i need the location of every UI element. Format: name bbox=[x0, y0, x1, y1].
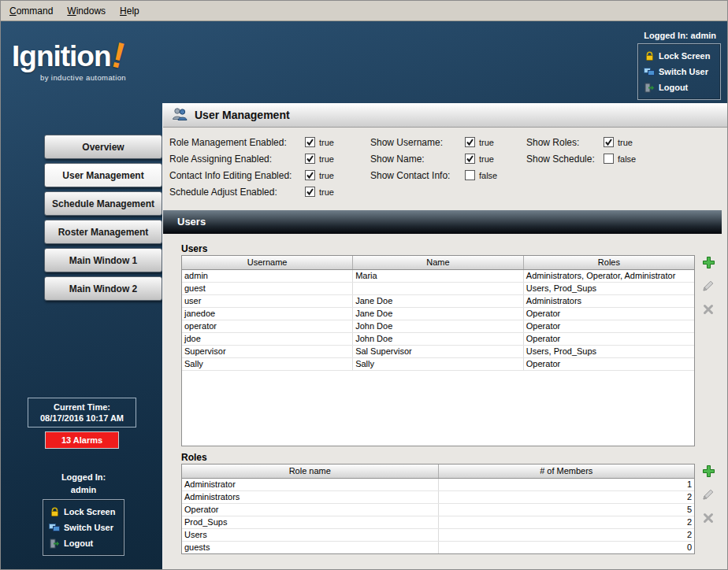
logout-button[interactable]: Logout bbox=[49, 535, 118, 551]
table-row[interactable]: operatorJohn DoeOperator bbox=[182, 320, 694, 332]
roles-actions bbox=[701, 465, 715, 527]
role-add-button[interactable] bbox=[701, 465, 715, 479]
panel-header: User Management bbox=[163, 103, 727, 128]
setting-value: true bbox=[479, 138, 494, 147]
column-header[interactable]: Roles bbox=[523, 256, 694, 269]
settings-area: Role Management Enabled:trueRole Assigni… bbox=[163, 128, 727, 210]
nav-overview[interactable]: Overview bbox=[44, 135, 162, 159]
checkbox[interactable] bbox=[465, 154, 475, 164]
checkbox[interactable] bbox=[305, 137, 315, 147]
nav-user-management[interactable]: User Management bbox=[44, 163, 162, 187]
table-cell: Users, Prod_Sups bbox=[523, 345, 694, 357]
table-cell: Sal Supervisor bbox=[353, 345, 524, 357]
logo-title: Ignition bbox=[12, 40, 111, 73]
session-button-label: Logout bbox=[64, 539, 93, 548]
switch-user-button[interactable]: Switch User bbox=[49, 520, 118, 535]
table-row[interactable]: Prod_Sups2 bbox=[182, 516, 694, 528]
logout-button[interactable]: Logout bbox=[644, 80, 715, 95]
role-delete-button[interactable] bbox=[701, 513, 715, 527]
setting-label: Role Management Enabled: bbox=[169, 137, 303, 148]
nav-main-window-1[interactable]: Main Window 1 bbox=[44, 248, 162, 272]
table-cell: Users bbox=[182, 528, 438, 541]
menu-item-help[interactable]: Help bbox=[113, 2, 147, 20]
nav-roster-management[interactable]: Roster Management bbox=[44, 220, 162, 244]
checkbox[interactable] bbox=[305, 187, 315, 197]
user-edit-button[interactable] bbox=[701, 280, 715, 294]
alarms-button[interactable]: 13 Alarms bbox=[45, 431, 119, 449]
logged-in-status: Logged In: admin bbox=[644, 31, 716, 40]
table-row[interactable]: Administrators2 bbox=[182, 490, 694, 503]
checkbox[interactable] bbox=[604, 154, 614, 164]
table-cell: 2 bbox=[438, 490, 694, 503]
setting-value: true bbox=[319, 154, 334, 164]
role-edit-button[interactable] bbox=[701, 489, 715, 503]
users-table: UsernameNameRolesadminMariaAdministrator… bbox=[182, 256, 694, 371]
setting-value: true bbox=[319, 187, 334, 197]
settings-column-3: Show Roles:trueShow Schedule:false bbox=[526, 134, 636, 167]
roles-table-label: Roles bbox=[181, 452, 207, 463]
edit-icon bbox=[702, 488, 715, 504]
content-panel: User Management Role Management Enabled:… bbox=[162, 103, 727, 569]
edit-icon bbox=[702, 279, 715, 295]
delete-icon bbox=[703, 513, 714, 527]
table-cell: guest bbox=[182, 282, 353, 294]
current-time-label: Current Time: bbox=[54, 402, 110, 412]
users-actions bbox=[701, 257, 715, 318]
setting-label: Show Contact Info: bbox=[370, 170, 463, 181]
table-row[interactable]: userJane DoeAdministrators bbox=[182, 294, 694, 307]
table-row[interactable]: janedoeJane DoeOperator bbox=[182, 307, 694, 320]
setting-label: Show Schedule: bbox=[526, 154, 602, 165]
setting-label: Show Username: bbox=[370, 137, 463, 148]
table-cell: Operator bbox=[523, 357, 694, 370]
users-table-label: Users bbox=[181, 243, 207, 254]
application-window: CommandWindowsHelp Ignition! by inductiv… bbox=[0, 0, 728, 570]
menu-item-command[interactable]: Command bbox=[2, 2, 60, 20]
session-button-label: Lock Screen bbox=[659, 51, 710, 61]
table-cell: 0 bbox=[438, 541, 694, 553]
table-row[interactable]: Administrator1 bbox=[182, 478, 694, 490]
table-cell: 1 bbox=[438, 478, 694, 490]
logged-in-user: admin bbox=[24, 483, 143, 496]
checkbox[interactable] bbox=[305, 154, 315, 164]
table-row[interactable]: jdoeJohn DoeOperator bbox=[182, 332, 694, 345]
user-delete-button[interactable] bbox=[701, 304, 715, 318]
setting-value: false bbox=[618, 154, 636, 164]
user-add-button[interactable] bbox=[701, 257, 715, 271]
checkbox[interactable] bbox=[604, 137, 614, 147]
session-button-label: Switch User bbox=[64, 523, 113, 532]
table-row[interactable]: guests0 bbox=[182, 541, 694, 553]
checkbox[interactable] bbox=[465, 170, 475, 180]
table-row[interactable]: Operator5 bbox=[182, 503, 694, 516]
roles-table: Role name# of MembersAdministrator1Admin… bbox=[182, 465, 694, 554]
column-header[interactable]: Role name bbox=[182, 465, 438, 478]
sidebar-nav: OverviewUser ManagementSchedule Manageme… bbox=[44, 135, 162, 305]
main-background: Ignition! by inductive automation Logged… bbox=[1, 21, 727, 569]
switch-user-button[interactable]: Switch User bbox=[644, 64, 715, 80]
table-cell: John Doe bbox=[353, 332, 524, 345]
table-cell: Operator bbox=[182, 503, 438, 516]
table-row[interactable]: Users2 bbox=[182, 528, 694, 541]
setting-value: true bbox=[319, 138, 334, 147]
checkbox[interactable] bbox=[465, 137, 475, 147]
table-row[interactable]: guestUsers, Prod_Sups bbox=[182, 282, 694, 294]
table-cell: Prod_Sups bbox=[182, 516, 438, 528]
table-row[interactable]: SupervisorSal SupervisorUsers, Prod_Sups bbox=[182, 345, 694, 357]
logout-icon bbox=[49, 539, 60, 549]
table-cell: Sally bbox=[353, 357, 524, 370]
setting-value: true bbox=[479, 154, 494, 164]
setting-label: Contact Info Editing Enabled: bbox=[169, 170, 303, 181]
plus-icon bbox=[702, 465, 715, 481]
lock-screen-button[interactable]: Lock Screen bbox=[644, 48, 715, 64]
switch-user-icon bbox=[644, 67, 655, 76]
nav-schedule-management[interactable]: Schedule Management bbox=[44, 191, 162, 216]
checkbox[interactable] bbox=[305, 170, 315, 180]
table-row[interactable]: adminMariaAdministrators, Operator, Admi… bbox=[182, 269, 694, 282]
nav-main-window-2[interactable]: Main Window 2 bbox=[44, 276, 162, 301]
column-header[interactable]: Username bbox=[182, 256, 353, 269]
column-header[interactable]: Name bbox=[353, 256, 524, 269]
lock-screen-button[interactable]: Lock Screen bbox=[49, 504, 118, 520]
menu-item-windows[interactable]: Windows bbox=[60, 2, 113, 20]
column-header[interactable]: # of Members bbox=[438, 465, 694, 478]
table-cell: Operator bbox=[523, 320, 694, 332]
table-row[interactable]: SallySallyOperator bbox=[182, 357, 694, 370]
